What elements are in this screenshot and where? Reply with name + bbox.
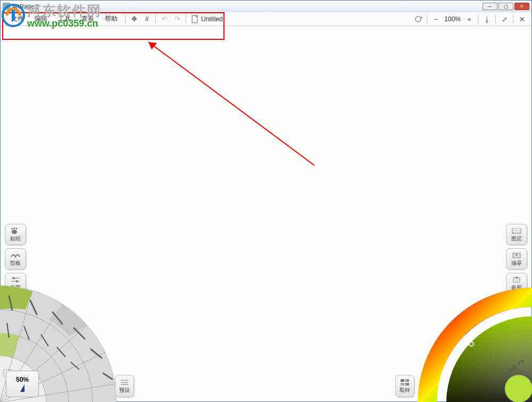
svg-point-2 — [12, 230, 17, 234]
app-window: ArtRage 3 ─ ▢ ✕ 文件 编辑 工具 查看 帮助 ✥ # ↶ ↷ U… — [0, 0, 532, 402]
layers-label: 图层 — [511, 235, 522, 242]
brush-size[interactable]: 50% — [6, 371, 39, 397]
stickers-label: 贴纸 — [10, 235, 21, 242]
svg-point-13 — [516, 254, 518, 256]
view-controls: − 100% + ⭳ ⤢ ✕ — [412, 12, 531, 26]
svg-point-3 — [12, 228, 13, 229]
zoom-in-button[interactable]: + — [465, 15, 473, 23]
svg-point-50 — [505, 375, 532, 402]
grid-icon[interactable]: # — [143, 15, 151, 23]
svg-rect-48 — [405, 383, 409, 386]
svg-point-5 — [16, 228, 18, 229]
tracing-icon — [511, 252, 522, 259]
fullscreen-icon[interactable]: ⤢ — [500, 15, 509, 23]
tracing-label: 描摹 — [511, 259, 522, 267]
move-tool-icon[interactable]: ✥ — [130, 15, 138, 23]
menu-help[interactable]: 帮助 — [99, 12, 123, 26]
zoom-out-button[interactable]: − — [431, 15, 440, 23]
watermark-url: www.pc0359.cn — [27, 18, 102, 29]
redo-icon[interactable]: ↷ — [173, 15, 181, 23]
tracing-pod[interactable]: 描摹 — [506, 248, 527, 270]
presets-label: 预设 — [119, 387, 130, 394]
layers-icon — [511, 227, 522, 234]
minimize-button[interactable]: ─ — [483, 3, 497, 10]
maximize-button[interactable]: ▢ — [498, 3, 513, 10]
watermark-text-cn: 河东软件网 — [27, 2, 102, 20]
svg-point-52 — [448, 311, 452, 315]
separator — [186, 14, 186, 24]
stencils-label: 型板 — [10, 259, 21, 267]
zoom-value[interactable]: 100% — [444, 15, 461, 23]
brush-size-value: 50% — [16, 376, 29, 383]
swatches-icon — [400, 379, 410, 386]
stickers-pod[interactable]: 贴纸 — [5, 224, 26, 245]
document-name: Untitled — [201, 15, 223, 23]
svg-rect-45 — [401, 379, 404, 382]
layers-pod[interactable]: 图层 — [506, 224, 527, 245]
document-icon — [192, 15, 199, 23]
watermark: 河东软件网 www.pc0359.cn — [2, 2, 102, 29]
stencil-icon — [10, 252, 21, 259]
download-icon[interactable]: ⭳ — [483, 15, 491, 23]
presets-icon — [120, 379, 129, 386]
svg-rect-56 — [12, 10, 15, 21]
undo-icon[interactable]: ↶ — [160, 15, 169, 23]
svg-point-1 — [415, 16, 421, 22]
samples-label: 取样 — [400, 387, 410, 394]
watermark-logo-icon — [2, 4, 25, 27]
separator — [155, 14, 156, 24]
color-picker[interactable] — [410, 280, 532, 402]
presets-button[interactable]: 预设 — [115, 375, 134, 397]
stencils-pod[interactable]: 型板 — [5, 248, 26, 270]
svg-rect-46 — [405, 379, 409, 382]
svg-point-4 — [14, 227, 15, 229]
svg-point-15 — [516, 277, 518, 279]
separator — [125, 14, 126, 24]
foot-icon — [10, 227, 21, 234]
close-button[interactable]: ✕ — [514, 3, 529, 10]
size-indicator-icon — [20, 384, 24, 392]
close-canvas-icon[interactable]: ✕ — [518, 15, 526, 23]
svg-rect-47 — [401, 383, 404, 386]
document-tab[interactable]: Untitled — [192, 15, 223, 23]
rotate-reset-icon[interactable] — [414, 15, 422, 23]
